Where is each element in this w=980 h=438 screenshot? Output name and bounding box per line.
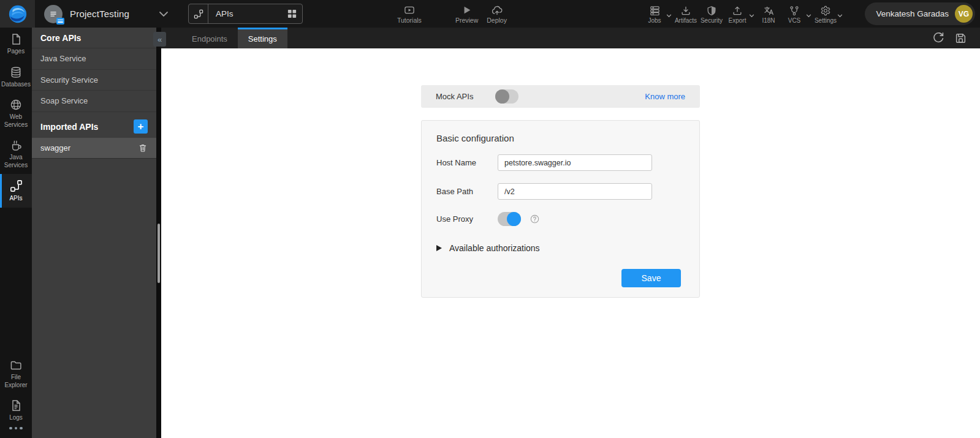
project-badge-icon (56, 18, 64, 25)
tutorials-icon (403, 5, 416, 15)
mock-apis-toggle[interactable] (495, 89, 518, 104)
panel-item-label: Soap Service (40, 96, 88, 105)
toggle-knob (507, 212, 521, 226)
deploy-button[interactable]: Deploy (487, 0, 507, 28)
base-path-input[interactable] (498, 183, 652, 200)
jobs-label: Jobs (648, 18, 661, 24)
refresh-button[interactable] (932, 32, 944, 44)
pages-icon (10, 33, 22, 45)
chevron-down-icon[interactable] (666, 14, 672, 18)
panel-scrollbar[interactable] (158, 224, 160, 283)
sidebar-item-label: Databases (1, 81, 31, 89)
user-name: Venkatesh Garadas (876, 9, 949, 18)
file-explorer-icon (10, 359, 22, 371)
panel-item-swagger[interactable]: swagger (32, 138, 156, 159)
i18n-label: I18N (762, 18, 775, 24)
editor-tab-bar: Endpoints Settings (161, 28, 980, 48)
help-icon[interactable] (530, 214, 539, 224)
sidebar-item-file-explorer[interactable]: File Explorer (0, 353, 32, 394)
panel-item-label: Java Service (40, 54, 86, 63)
toggle-knob (495, 89, 509, 104)
apps-grid-icon[interactable] (287, 9, 302, 19)
save-row: Save (436, 269, 685, 287)
i18n-button[interactable]: I18N (756, 0, 781, 28)
sidebar-item-label: File Explorer (2, 374, 30, 389)
workspace-selector[interactable]: APIs (188, 4, 303, 24)
panel-item-security-service[interactable]: Security Service (32, 70, 156, 91)
panel-item-label: swagger (40, 143, 70, 153)
deploy-label: Deploy (487, 17, 507, 24)
project-selector[interactable]: ProjectTesting (44, 5, 169, 23)
add-imported-api-button[interactable]: + (134, 119, 148, 134)
tutorials-button[interactable]: Tutorials (397, 0, 422, 28)
sidebar-spacer (0, 208, 32, 354)
preview-button[interactable]: Preview (455, 0, 478, 28)
jobs-button[interactable]: Jobs (642, 0, 667, 28)
chevron-down-icon[interactable] (749, 14, 754, 18)
refresh-icon (932, 32, 944, 44)
sidebar-item-apis[interactable]: APIs (0, 174, 32, 208)
save-button[interactable]: Save (621, 269, 681, 287)
preview-label: Preview (455, 17, 478, 24)
tab-settings[interactable]: Settings (238, 28, 287, 48)
header-right-actions: Jobs Artifacts Security Export (642, 0, 844, 28)
web-services-icon (10, 99, 22, 111)
imported-apis-header: Imported APIs + (32, 112, 156, 138)
chevron-down-icon[interactable] (806, 14, 811, 18)
panel-collapse-button[interactable]: « (153, 32, 166, 47)
deploy-icon (491, 5, 503, 15)
caret-right-icon (436, 245, 442, 251)
tab-endpoints[interactable]: Endpoints (181, 28, 238, 48)
tutorials-label: Tutorials (397, 17, 422, 24)
sidebar-item-label: APIs (9, 195, 22, 203)
security-button[interactable]: Security (699, 0, 724, 28)
vcs-label: VCS (788, 18, 801, 24)
core-apis-header: Core APIs (32, 28, 156, 48)
main-sidebar: Pages Databases Web Services Java Servic… (0, 28, 32, 438)
artifacts-label: Artifacts (675, 18, 697, 24)
project-name: ProjectTesting (70, 9, 129, 19)
available-authorizations-expander[interactable]: Available authorizations (436, 243, 685, 253)
host-name-input[interactable] (498, 154, 652, 171)
chevron-down-icon[interactable] (159, 11, 169, 17)
panel-item-soap-service[interactable]: Soap Service (32, 91, 156, 112)
wavemaker-logo[interactable] (0, 0, 35, 28)
section-title: Basic configuration (436, 133, 685, 143)
export-button[interactable]: Export (724, 0, 750, 28)
user-menu[interactable]: Venkatesh Garadas VG (865, 2, 975, 25)
sidebar-item-label: Web Services (2, 113, 30, 129)
sidebar-more-button[interactable] (0, 427, 32, 430)
basic-configuration-panel: Basic configuration Host Name Base Path … (421, 120, 700, 298)
sidebar-item-databases[interactable]: Databases (0, 61, 32, 94)
api-node-icon (189, 4, 208, 23)
delete-api-button[interactable] (138, 143, 148, 153)
databases-icon (10, 66, 22, 78)
use-proxy-row: Use Proxy (436, 212, 685, 226)
trash-icon (138, 143, 148, 153)
artifacts-icon (680, 6, 691, 16)
preview-icon (462, 5, 472, 15)
settings-button[interactable]: Settings (813, 0, 838, 28)
panel-gutter (156, 28, 161, 438)
vcs-button[interactable]: VCS (781, 0, 807, 28)
panel-item-java-service[interactable]: Java Service (32, 48, 156, 70)
sidebar-item-logs[interactable]: Logs (0, 394, 32, 427)
know-more-link[interactable]: Know more (645, 92, 685, 101)
imported-apis-title: Imported APIs (40, 122, 98, 132)
header-center-actions: Tutorials Preview Deploy (397, 0, 507, 28)
chevron-down-icon[interactable] (837, 14, 843, 18)
settings-label: Settings (815, 18, 837, 24)
sidebar-item-pages[interactable]: Pages (0, 28, 32, 61)
tab-actions (932, 28, 980, 48)
project-icon (44, 5, 63, 23)
host-name-label: Host Name (436, 158, 498, 167)
avatar: VG (955, 5, 973, 23)
security-icon (706, 6, 717, 16)
export-label: Export (729, 18, 746, 24)
use-proxy-toggle[interactable] (498, 212, 521, 226)
artifacts-button[interactable]: Artifacts (673, 0, 699, 28)
save-file-button[interactable] (955, 32, 967, 44)
sidebar-item-web-services[interactable]: Web Services (0, 93, 32, 134)
wavemaker-logo-icon (7, 4, 28, 25)
sidebar-item-java-services[interactable]: Java Services (0, 134, 32, 174)
